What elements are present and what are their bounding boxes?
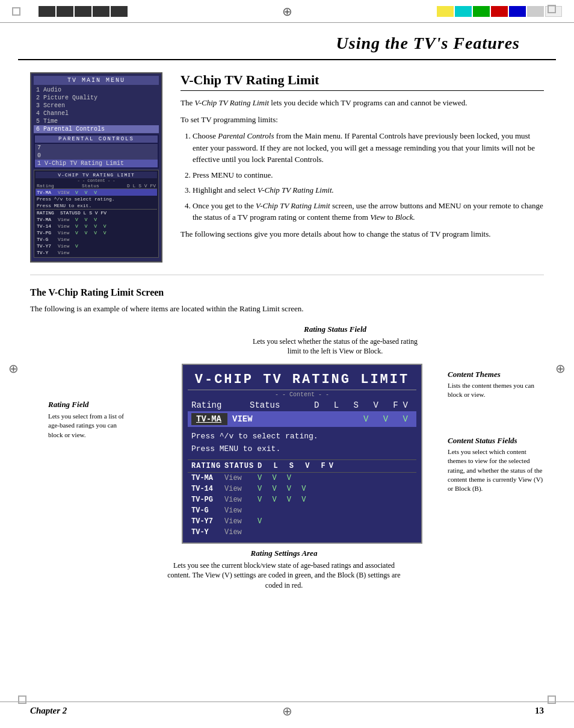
vchip-h-rating: Rating <box>37 183 54 188</box>
subsection-title: The V-Chip Rating Limit Screen <box>30 287 544 298</box>
big-th-letters: D L S V FV <box>258 462 413 470</box>
page-footer: Chapter 2 ⊕ 13 <box>0 702 574 716</box>
rating-section: The V-Chip Rating Limit Screen The follo… <box>0 275 574 603</box>
step3-italic: V-Chip TV Rating Limit. <box>258 185 334 194</box>
submenu-title: PARENTAL CONTROLS <box>35 135 158 143</box>
vchip-sel-letters: V V V <box>75 190 99 195</box>
top-bar-right-blocks <box>437 6 562 17</box>
corner-bracket-top-left <box>12 7 20 16</box>
color-block-3 <box>75 6 91 17</box>
bottom-annotation: Rating Settings Area Lets you see the cu… <box>126 549 442 591</box>
intro-paragraph-2: To set TV programming limits: <box>181 114 544 126</box>
menu-item-1: 1 Audio <box>34 86 159 94</box>
tv-menu-title: TV MAIN MENU <box>34 76 159 85</box>
color-red-block <box>491 6 508 17</box>
big-selected-row: TV-MA VIEW V V V <box>188 411 416 427</box>
left-column: TV MAIN MENU 1 Audio 2 Picture Quality 3… <box>30 72 168 263</box>
submenu-item-1: 1 V-Chip TV Rating Limit <box>35 160 158 167</box>
color-block-1 <box>39 6 55 17</box>
big-th-rating: RATING <box>191 462 224 470</box>
big-row-tvy: TV-YView <box>188 527 416 538</box>
left-ann-text: Lets you select from a list of age-based… <box>48 412 126 440</box>
closing-text: The following sections give you more det… <box>181 228 544 240</box>
big-row-tv14: TV-14ViewV V V V <box>188 484 416 494</box>
step-1: Choose Parental Controls from the Main m… <box>193 130 544 166</box>
right-ann-1: Content Themes Lists the content themes … <box>448 370 544 400</box>
compass-top: ⊕ <box>282 4 292 19</box>
footer-chapter: Chapter 2 <box>30 706 67 716</box>
intro-italic-1: V-Chip TV Rating Limit <box>194 98 269 107</box>
right-text-2: Lets you select which content themes to … <box>448 447 544 494</box>
footer-page-number: 13 <box>535 706 544 716</box>
top-annotation-area: Rating Status Field Lets you select whet… <box>126 325 544 357</box>
vchip-header: Rating Status D L S V FV <box>35 183 157 189</box>
intro-paragraph-1: The V-Chip TV Rating Limit lets you deci… <box>181 97 544 109</box>
parental-controls-submenu: PARENTAL CONTROLS 7 0 1 V-Chip TV Rating… <box>34 134 159 169</box>
vchip-row-tvy7: TV-Y7ViewV <box>35 243 157 249</box>
right-annotation-col: Content Themes Lists the content themes … <box>442 364 544 506</box>
compass-left: ⊕ <box>8 361 19 376</box>
big-row-tvma: TV-MAViewV V V <box>188 473 416 484</box>
top-label-text: Lets you select whether the status of th… <box>251 337 419 357</box>
color-yellow-block <box>437 6 454 17</box>
left-annotation: Rating Field Lets you select from a list… <box>48 364 126 440</box>
compass-right: ⊕ <box>555 361 566 376</box>
big-row-tvy7: TV-Y7ViewV <box>188 516 416 527</box>
vchip-inner-menu: V-CHIP TV RATING LIMIT - - content - - R… <box>34 170 159 258</box>
vchip-h-status: Status <box>82 183 99 188</box>
big-sel-status: VIEW <box>227 413 295 425</box>
submenu-item-0: 0 <box>35 152 158 160</box>
main-content: TV MAIN MENU 1 Audio 2 Picture Quality 3… <box>0 60 574 275</box>
corner-bracket-top-right <box>548 5 556 13</box>
vchip-inner-title: V-CHIP TV RATING LIMIT <box>35 172 157 178</box>
step4-italic: V-Chip TV Rating Limit <box>256 201 330 210</box>
big-instr-1: Press ^/v to select rating. <box>191 431 413 443</box>
tv-menu: TV MAIN MENU 1 Audio 2 Picture Quality 3… <box>30 72 162 263</box>
vchip-h-letters: D L S V FV <box>127 183 156 188</box>
step-4: Once you get to the V-Chip TV Rating Lim… <box>193 200 544 223</box>
color-block-5 <box>111 6 128 17</box>
step4-italic2: View <box>370 213 385 222</box>
big-header-rating: Rating <box>191 400 244 410</box>
color-cyan-block <box>455 6 472 17</box>
vchip-row-tvpg: TV-PGViewV V V V <box>35 229 157 236</box>
vchip-row-tvy: TV-YView <box>35 249 157 256</box>
menu-item-5: 5 Time <box>34 117 159 125</box>
subsection-body: The following is an example of where ite… <box>30 303 544 315</box>
top-bar: ⊕ <box>0 0 574 23</box>
big-sel-letters: V V V <box>295 414 413 424</box>
menu-item-4: 4 Channel <box>34 110 159 117</box>
steps-list: Choose Parental Controls from the Main m… <box>193 130 544 223</box>
vchip-sel-rating: TV-MA <box>37 190 58 195</box>
corner-bracket-bottom-right <box>548 695 556 704</box>
right-text-1: Lists the content themes you can block o… <box>448 381 544 400</box>
vchip-row-tv14: TV-14ViewV V V V <box>35 223 157 229</box>
vchip-content-label: - - content - - <box>35 178 157 183</box>
step-3: Highlight and select V-Chip TV Rating Li… <box>193 184 544 196</box>
big-vchip-screen: V-CHIP TV RATING LIMIT - - Content - - R… <box>182 364 422 544</box>
step4-italic3: Block. <box>395 213 415 222</box>
page-title: Using the TV's Features <box>336 34 520 52</box>
compass-bottom: ⊕ <box>282 704 292 718</box>
right-column: V-Chip TV Rating Limit The V-Chip TV Rat… <box>181 72 544 263</box>
top-label: Rating Status Field <box>126 325 544 334</box>
vchip-row-tvg: TV-GView <box>35 236 157 243</box>
big-vchip-title: V-CHIP TV RATING LIMIT <box>188 370 416 390</box>
bottom-label: Rating Settings Area <box>126 549 442 558</box>
color-blue-block <box>509 6 526 17</box>
top-bar-left-blocks <box>39 6 128 17</box>
big-row-tvpg: TV-PGViewV V V V <box>188 494 416 505</box>
step1-italic: Parental Controls <box>218 131 274 140</box>
big-vchip-header: Rating Status D L S V FV <box>188 399 416 411</box>
menu-item-2: 2 Picture Quality <box>34 94 159 102</box>
step-2: Press MENU to continue. <box>193 169 544 181</box>
big-vchip-content-row: - - Content - - <box>188 390 416 399</box>
big-sel-rating: TV-MA <box>191 413 227 425</box>
menu-item-3: 3 Screen <box>34 102 159 110</box>
vchip-instr-2: Press MENU to exit. <box>35 202 157 209</box>
main-section-title: V-Chip TV Rating Limit <box>181 72 544 91</box>
diagram-wrapper: Rating Field Lets you select from a list… <box>48 364 544 591</box>
center-diagram: V-CHIP TV RATING LIMIT - - Content - - R… <box>126 364 442 591</box>
left-ann-label: Rating Field <box>48 400 126 409</box>
submenu-item-7: 7 <box>35 144 158 152</box>
